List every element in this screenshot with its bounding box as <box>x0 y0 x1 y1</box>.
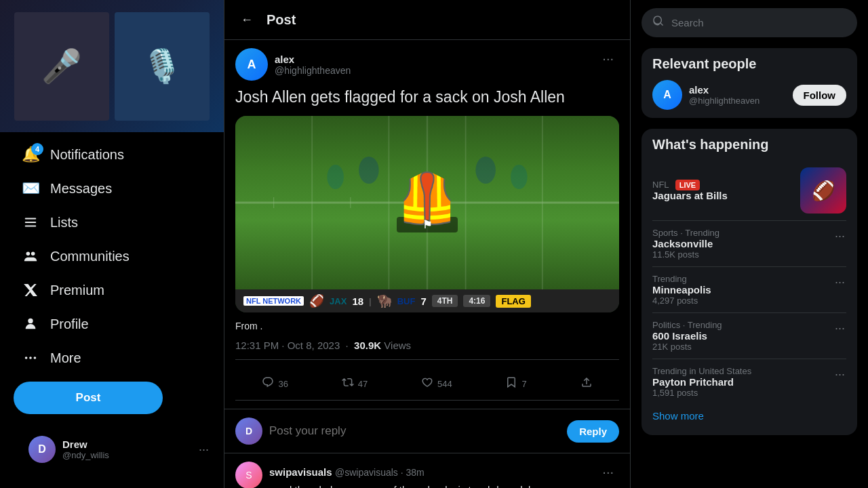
notification-badge: 4 <box>31 143 43 155</box>
trend-more-0[interactable]: ··· <box>833 228 846 245</box>
tweet-author-info: alex @highlightheaven <box>275 54 351 76</box>
share-action[interactable] <box>575 371 598 397</box>
svg-point-4 <box>31 252 35 256</box>
page-title: Post <box>267 12 296 28</box>
relevant-person-handle: @highlightheaven <box>689 96 786 106</box>
tweet-timestamp: 12:31 PM · Oct 8, 2023 <box>235 340 340 351</box>
x-icon <box>22 281 39 299</box>
tweet-author-avatar: A <box>235 48 268 81</box>
svg-point-5 <box>28 319 33 323</box>
trend-more-1[interactable]: ··· <box>833 274 846 291</box>
search-input[interactable] <box>671 17 846 28</box>
team-buf: BUF <box>397 296 416 306</box>
tweet-more-button[interactable]: ··· <box>597 48 619 69</box>
sidebar-item-more[interactable]: More <box>14 342 210 373</box>
search-box[interactable] <box>642 8 857 37</box>
sidebar-item-messages[interactable]: ✉️ Messages <box>14 173 210 204</box>
nav-label-profile: Profile <box>50 317 89 332</box>
tweet-actions: 36 47 544 7 <box>235 368 619 401</box>
comment-author-handle: @swipavisuals · 38m <box>335 467 425 478</box>
sidebar-item-profile[interactable]: Profile <box>14 308 210 340</box>
user-display-name: Drew <box>62 439 192 450</box>
svg-point-7 <box>29 357 32 359</box>
score-jax: 18 <box>352 296 363 307</box>
person-1: 🎤 <box>14 12 109 121</box>
comment-more-button[interactable]: ··· <box>597 462 619 483</box>
trend-count-2: 21K posts <box>652 342 833 352</box>
user-menu-dots-icon: ··· <box>199 443 209 457</box>
like-count: 544 <box>437 379 452 389</box>
trend-more-2[interactable]: ··· <box>833 320 846 337</box>
like-action[interactable]: 544 <box>416 371 458 397</box>
relevant-person-name: alex <box>689 84 786 96</box>
comment-author-info: swipavisuals @swipavisuals · 38m <box>269 466 425 479</box>
field-image: 🦺 ⚑ <box>235 116 619 289</box>
svg-point-20 <box>511 165 528 189</box>
svg-point-8 <box>34 357 37 359</box>
user-handle: @ndy_willis <box>62 450 192 460</box>
trend-more-3[interactable]: ··· <box>833 366 846 383</box>
reply-button[interactable]: Reply <box>567 420 619 443</box>
trend-category-0: Sports · Trending <box>652 228 833 238</box>
relevant-person-avatar: A <box>652 80 682 110</box>
comment-body: swipavisuals @swipavisuals · 38m ··· nee… <box>269 462 619 488</box>
tweet-container: A alex @highlightheaven ··· Josh Allen g… <box>224 40 630 409</box>
tweet-image: 🦺 ⚑ NFL NETWORK 🏈 JAX 18 | 🦬 BUF 7 4TH 4… <box>235 116 619 312</box>
nav-label-communities: Communities <box>50 249 130 264</box>
trend-item-jacksonville[interactable]: Sports · Trending Jacksonville 11.5K pos… <box>652 221 846 267</box>
sidebar-item-premium[interactable]: Premium <box>14 274 210 306</box>
main-content: ← Post A alex @highlightheaven ··· Josh … <box>224 0 631 488</box>
share-icon <box>580 376 593 392</box>
tweet-metadata: 12:31 PM · Oct 8, 2023 · 30.9K Views <box>235 340 619 360</box>
nfl-logo: NFL NETWORK <box>243 296 304 306</box>
tweet-text: Josh Allen gets flagged for a sack on Jo… <box>235 86 619 108</box>
comment-author-name: swipavisuals <box>269 466 332 478</box>
tweet-author-name: alex <box>275 54 351 65</box>
trend-category-3: Trending in United States <box>652 366 833 376</box>
relevant-people-section: Relevant people A alex @highlightheaven … <box>642 48 857 118</box>
game-time: 4:16 <box>463 295 490 307</box>
stream-thumbnail[interactable]: 🎤 🎙️ <box>0 0 224 132</box>
svg-point-17 <box>359 157 379 184</box>
user-avatar: D <box>28 436 56 463</box>
mail-icon: ✉️ <box>22 180 39 197</box>
follow-button[interactable]: Follow <box>793 85 847 106</box>
sidebar-item-communities[interactable]: Communities <box>14 241 210 272</box>
reply-box: D Reply <box>224 409 630 453</box>
retweet-count: 47 <box>358 379 368 389</box>
trend-name-1: Minneapolis <box>652 284 833 296</box>
communities-icon <box>22 247 39 265</box>
user-profile-button[interactable]: D Drew @ndy_willis ··· <box>20 430 217 468</box>
svg-point-3 <box>26 252 31 256</box>
left-panel: 🎤 🎙️ 🔔 4 Notifications ✉️ Messages Lists <box>0 0 224 488</box>
post-button[interactable]: Post <box>14 382 163 414</box>
nfl-live-event[interactable]: NFL LIVE Jaguars at Bills 🏈 <box>652 161 846 221</box>
sidebar-item-notifications[interactable]: 🔔 4 Notifications <box>14 139 210 170</box>
person-icon <box>22 315 39 333</box>
tweet-author-handle: @highlightheaven <box>275 65 351 76</box>
nav-label-premium: Premium <box>50 283 104 298</box>
whats-happening-section: What's happening NFL LIVE Jaguars at Bil… <box>642 129 857 435</box>
tweet-author[interactable]: A alex @highlightheaven <box>235 48 351 81</box>
flag-badge: FLAG <box>496 295 530 308</box>
reply-input[interactable] <box>269 424 560 438</box>
team-jax: JAX <box>330 296 347 306</box>
trend-item-minneapolis[interactable]: Trending Minneapolis 4,297 posts ··· <box>652 267 846 313</box>
svg-rect-0 <box>25 218 37 220</box>
trend-item-israelis[interactable]: Politics · Trending 600 Israelis 21K pos… <box>652 313 846 359</box>
svg-rect-1 <box>25 222 37 223</box>
trend-item-payton[interactable]: Trending in United States Payton Pritcha… <box>652 359 846 405</box>
bookmark-action[interactable]: 7 <box>500 371 532 397</box>
back-button[interactable]: ← <box>235 8 258 31</box>
whats-happening-title: What's happening <box>652 137 846 152</box>
retweet-action[interactable]: 47 <box>336 371 373 397</box>
nav-label-more: More <box>50 350 81 366</box>
comment-action[interactable]: 36 <box>256 371 293 397</box>
more-icon <box>22 349 39 367</box>
relevant-person-info: alex @highlightheaven <box>689 84 786 106</box>
svg-point-18 <box>475 157 496 184</box>
tweet-views: 30.9K <box>354 340 381 351</box>
sidebar-item-lists[interactable]: Lists <box>14 207 210 238</box>
comment-item: S swipavisuals @swipavisuals · 38m ··· n… <box>224 453 630 488</box>
show-more-link[interactable]: Show more <box>652 405 846 427</box>
